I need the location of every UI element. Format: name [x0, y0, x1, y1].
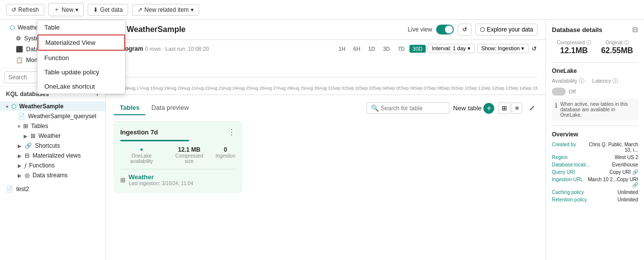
histogram-date: Aug 21 [182, 86, 196, 91]
histogram-date: Aug 17 [128, 86, 141, 91]
onelake-info-text: When active, new tables in this database… [560, 101, 635, 118]
list-view-button[interactable]: ≡ [511, 102, 522, 114]
histogram-date: Aug 29 [292, 86, 305, 91]
overview-row: Retention policy Unlimited [552, 197, 638, 202]
histogram-date: Aug 27 [264, 86, 278, 91]
stream-icon: ◎ [25, 172, 30, 179]
refresh-chart-button[interactable]: ↺ [531, 44, 538, 53]
histogram-date: Sep 08 [428, 86, 442, 91]
original-label: Original ⓘ [601, 39, 633, 46]
availability-label: Availability ⓘ [552, 77, 584, 85]
overview-row-label: Caching policy [552, 190, 584, 195]
overview-row-label: Query URI [552, 169, 575, 175]
ingestion-card-title: Ingestion 7d [120, 129, 158, 136]
dropdown-item-materialized-view[interactable]: Materialized View [37, 34, 125, 51]
test2-icon: 📄 [6, 186, 13, 193]
sidebar-item-test2[interactable]: 📄 test2 [0, 184, 105, 194]
weather-table-info: Weather Last ingestion: 3/10/24, 11:04 [129, 173, 193, 186]
content-area: 🗄 WeatherSample Live view ↺ ⬡ Explore yo… [106, 20, 545, 260]
overview-row: Query URI Copy URI 🔗 [552, 169, 638, 175]
time-btn-30d[interactable]: 30D [409, 45, 425, 53]
dropdown-item-onelake-shortcut[interactable]: OneLake shortcut [37, 79, 125, 94]
overview-row-value: Unlimited [617, 190, 638, 195]
collapse-panel-button[interactable]: ⊟ [632, 26, 638, 33]
dropdown-item-function[interactable]: Function [37, 51, 125, 65]
histogram-header: Histogram 0 rows · Last run: 10:08:20 1H… [114, 44, 538, 53]
chevron-down-icon2: ▾ [191, 6, 194, 13]
header-actions: Live view ↺ ⬡ Explore your data [408, 24, 538, 35]
sidebar-item-materialized-views[interactable]: ▶ ⊟ Materialized views [0, 151, 105, 161]
overview-row: Region West US 2 [552, 155, 638, 160]
tables-header: Tables Data preview 🔍 New table + ⊞ ≡ [114, 101, 538, 115]
live-view-toggle[interactable] [436, 25, 454, 34]
last-ingestion-text: Last ingestion: 3/10/24, 11:04 [129, 181, 193, 186]
overview-row-label: Retention policy [552, 197, 587, 202]
sidebar-item-weathersample-queryset[interactable]: 📄 WeatherSample_queryset [0, 111, 105, 121]
link-icon: ↗ [137, 6, 142, 13]
chevron-right-icon: ▶ [24, 133, 28, 139]
overview-row-value: West US 2 [614, 155, 638, 160]
onelake-toggle-row: Off [552, 88, 638, 96]
sidebar-item-tables-group[interactable]: ▾ ⊞ Tables [0, 121, 105, 131]
onelake-info-box: ℹ When active, new tables in this databa… [552, 98, 638, 121]
chevron-right-icon4: ▶ [18, 163, 22, 168]
interval-button[interactable]: Interval: 1 day ▾ [428, 44, 475, 53]
search-table-input[interactable] [381, 105, 445, 112]
new-button[interactable]: ＋ New ▾ [48, 3, 84, 16]
availability-row: Availability ⓘ Latency ⓘ [552, 77, 638, 85]
weather-table-name[interactable]: Weather [129, 173, 193, 181]
explore-data-button[interactable]: ⬡ Explore your data [475, 24, 538, 35]
refresh-button[interactable]: ↺ Refresh [6, 4, 44, 16]
db-size-section: Compressed ⓘ 12.1MB Original ⓘ 62.55MB [552, 39, 638, 55]
tables-tabs: Tables Data preview [114, 101, 195, 115]
dropdown-item-table-update-policy[interactable]: Table update policy [37, 65, 125, 79]
grid-view-button[interactable]: ⊞ [498, 102, 510, 114]
chevron-down-icon: ▾ [75, 6, 78, 13]
sidebar-item-weather-table[interactable]: ▶ ⊞ Weather [0, 131, 105, 141]
time-btn-6h[interactable]: 6H [350, 45, 363, 53]
tables-actions: 🔍 New table + ⊞ ≡ ⤢ [367, 102, 538, 114]
compressed-size-value: 12.1 MB [171, 146, 208, 153]
page-title: WeatherSample [127, 25, 404, 34]
overview-row-value: Copy URI 🔗 [610, 169, 638, 175]
get-data-button[interactable]: ⬇ Get data [88, 4, 128, 16]
tab-tables[interactable]: Tables [114, 101, 145, 115]
time-btn-3d[interactable]: 3D [380, 45, 393, 53]
refresh-histogram-button[interactable]: ↺ [458, 24, 472, 35]
histogram-date: Aug 20 [169, 86, 182, 91]
expand-button[interactable]: ⤢ [526, 103, 538, 113]
stat-compressed: 12.1 MB Compressed size [171, 146, 208, 164]
sidebar-item-data-streams[interactable]: ▶ ◎ Data streams [0, 170, 105, 180]
show-button[interactable]: Show: Ingestion ▾ [477, 44, 529, 53]
new-table-button[interactable]: New table + [453, 103, 495, 114]
sidebar-item-weathersample[interactable]: ▾ ⬡ WeatherSample [0, 101, 105, 111]
sidebar-item-functions[interactable]: ▶ 𝑓 Functions [0, 161, 105, 170]
overview-row-value: Chris Q. Public, March 10, i... [584, 142, 638, 153]
overview-row-label: Created by [552, 142, 576, 153]
onelake-title: OneLake [552, 67, 577, 74]
histogram-title-wrap: Histogram 0 rows · Last run: 10:08:20 [114, 45, 209, 52]
ingestion-card-header: Ingestion 7d ⋮ [120, 128, 236, 137]
onelake-toggle[interactable] [552, 88, 566, 96]
histogram-date: Sep 09 [442, 86, 456, 91]
time-btn-1h[interactable]: 1H [336, 45, 348, 53]
new-table-plus-icon: + [483, 103, 494, 114]
original-size-item: Original ⓘ 62.55MB [601, 39, 633, 55]
tab-data-preview[interactable]: Data preview [145, 101, 195, 115]
sidebar-item-shortcuts[interactable]: ▶ 🔗 Shortcuts [0, 141, 105, 151]
card-menu-button[interactable]: ⋮ [228, 128, 236, 137]
ingestion-card: Ingestion 7d ⋮ ● OneLake availability 12… [114, 121, 242, 193]
stat-onelake: ● OneLake availability [120, 146, 163, 164]
histogram-date: Sep 13 [497, 86, 510, 91]
monitor-icon: 📋 [16, 57, 23, 64]
histogram-date: Sep 11 [469, 86, 483, 91]
time-btn-7d[interactable]: 7D [395, 45, 407, 53]
time-btn-1d[interactable]: 1D [365, 45, 378, 53]
histogram-date: Sep 12 [483, 86, 497, 91]
content-header: 🗄 WeatherSample Live view ↺ ⬡ Explore yo… [106, 20, 545, 40]
dropdown-item-table[interactable]: Table [37, 20, 125, 34]
original-value: 62.55MB [601, 46, 633, 55]
chevron-right-icon5: ▶ [18, 173, 22, 178]
toolbar: ↺ Refresh ＋ New ▾ ⬇ Get data ↗ New relat… [0, 0, 644, 20]
new-related-button[interactable]: ↗ New related item ▾ [132, 4, 199, 16]
